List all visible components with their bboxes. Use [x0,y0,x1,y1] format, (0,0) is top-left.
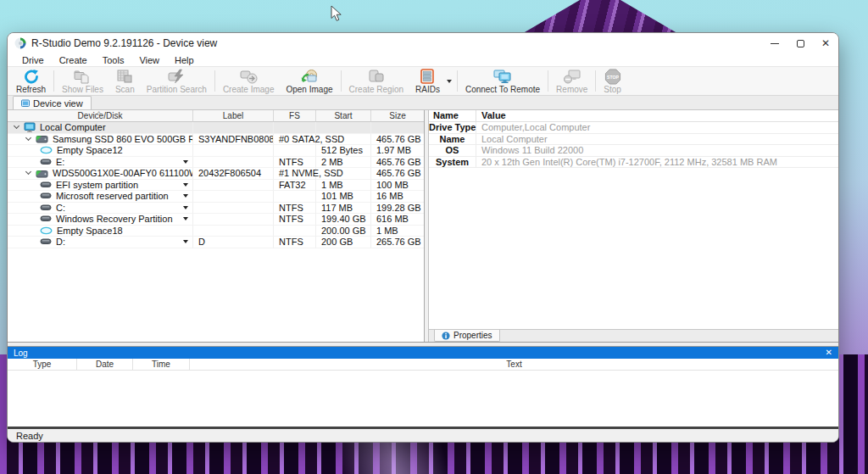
size-cell [371,122,424,134]
device-name-cell: Microsoft reserved partition [8,191,193,203]
size-cell: 465.76 GB [371,168,424,180]
status-bar: Ready [8,427,838,442]
size-cell: 199.28 GB [371,203,424,215]
log-close-button[interactable]: ✕ [826,349,832,357]
raids-dropdown-icon[interactable] [447,80,452,83]
device-name-cell: C: [8,203,193,215]
menu-create[interactable]: Create [52,53,95,66]
fs-cell [274,122,316,134]
device-name: WDS500G1X0E-00AFY0 611100WD [53,168,193,178]
device-row-samsung-ssd-860-evo-500gb-rvt04b6q[interactable]: Samsung SSD 860 EVO 500GB RVT04B6QS3YAND… [8,134,424,146]
toolbar-stop-button[interactable]: STOPStop [598,67,627,95]
menu-view[interactable]: View [131,53,167,66]
row-dropdown-icon[interactable] [183,206,188,209]
log-column-header-type[interactable]: Type [8,359,77,370]
device-name: Microsoft reserved partition [56,191,169,201]
row-dropdown-icon[interactable] [183,217,188,220]
raids-icon [419,69,436,85]
disk-icon [36,134,48,143]
properties-pane: Name Value Drive TypeComputer,Local Comp… [428,110,838,342]
toolbar-create-region-label: Create Region [349,85,403,94]
partition-icon [40,215,52,222]
toolbar-partition-search-button[interactable]: Partition Search [141,67,213,95]
menu-drive[interactable]: Drive [14,53,52,66]
maximize-button[interactable] [787,33,813,53]
tab-device-view[interactable]: Device view [13,96,92,109]
partition-icon [40,204,52,211]
fs-cell: #0 SATA2, SSD [274,134,316,146]
device-row-c[interactable]: C:NTFS117 MB199.28 GB [8,203,424,215]
toolbar-open-image-button[interactable]: Open Image [280,67,338,95]
device-name-cell: Windows Recovery Partition [8,214,193,226]
log-column-header-date[interactable]: Date [77,359,133,370]
create-region-icon [367,69,386,85]
device-row-local-computer[interactable]: Local Computer [8,122,424,134]
row-dropdown-icon[interactable] [183,240,188,243]
partition-icon [40,159,52,165]
device-name: Local Computer [40,122,106,132]
column-header-fs[interactable]: FS [274,110,316,122]
start-cell: 2 MB [316,157,371,169]
device-row-empty-space18[interactable]: Empty Space18200.00 GB1 MB [8,226,424,237]
close-button[interactable]: ✕ [813,33,838,53]
properties-body: Drive TypeComputer,Local ComputerNameLoc… [429,122,838,168]
info-icon [442,332,450,340]
column-header-start[interactable]: Start [316,110,371,122]
column-header-size[interactable]: Size [371,110,424,122]
title-bar[interactable]: R-Studio Demo 9.2.191126 - Device view ✕ [8,33,838,53]
toolbar-remove-button[interactable]: Remove [550,67,593,95]
label-cell [193,203,274,215]
device-row-d[interactable]: D:DNTFS200 GB265.76 GB [8,237,424,248]
open-image-icon [300,69,319,85]
device-name: EFI system partition [56,180,138,190]
toolbar-show-files-button[interactable]: Show Files [56,67,109,95]
close-icon: ✕ [821,38,830,48]
chevron-down-icon[interactable] [14,123,19,129]
menu-tools[interactable]: Tools [95,53,132,66]
properties-tab-bar: Properties [429,329,838,342]
device-row-efi-system-partition[interactable]: EFI system partitionFAT321 MB100 MB [8,180,424,192]
property-row-system: System20 x 12th Gen Intel(R) Core(TM) i7… [429,157,838,169]
row-dropdown-icon[interactable] [183,160,188,164]
fs-cell: NTFS [274,203,316,215]
minimize-button[interactable] [762,33,787,53]
toolbar-create-region-button[interactable]: Create Region [343,67,409,95]
label-cell [193,122,274,134]
tab-properties[interactable]: Properties [434,330,500,342]
device-row-windows-recovery-partition[interactable]: Windows Recovery PartitionNTFS199.40 GB6… [8,214,424,226]
log-table-header: TypeDateTimeText [8,359,838,371]
menu-help[interactable]: Help [167,53,202,66]
property-value: 20 x 12th Gen Intel(R) Core(TM) i7-12700… [476,157,838,168]
toolbar-scan-button[interactable]: Scan [109,67,141,95]
device-row-wds500g1x0e-00afy0-611100wd[interactable]: WDS500G1X0E-00AFY0 611100WD20432F806504#… [8,168,424,180]
label-cell [193,214,274,226]
property-value: Windows 11 Build 22000 [476,145,838,156]
column-header-label[interactable]: Label [193,110,274,122]
label-cell: S3YANDFNB08084W [193,134,274,146]
device-name-cell: Local Computer [8,122,193,134]
toolbar-refresh-button[interactable]: Refresh [10,67,52,95]
column-header-device-disk[interactable]: Device/Disk^ [8,110,193,122]
properties-spacer [429,168,838,329]
row-dropdown-icon[interactable] [183,194,188,198]
start-cell [316,122,371,134]
scan-icon [115,69,134,85]
row-dropdown-icon[interactable] [183,183,188,187]
chevron-down-icon[interactable] [25,169,31,175]
toolbar-create-image-button[interactable]: Create Image [217,67,281,95]
log-column-header-time[interactable]: Time [133,359,190,370]
toolbar-connect-to-remote-button[interactable]: Connect To Remote [459,67,546,95]
log-column-header-text[interactable]: Text [190,359,838,370]
toolbar-raids-button[interactable]: RAIDs [409,67,446,95]
svg-text:STOP: STOP [607,74,619,79]
label-cell [193,145,274,157]
chevron-down-icon[interactable] [25,135,31,141]
properties-header-value: Value [476,110,838,121]
device-row-empty-space12[interactable]: Empty Space12512 Bytes1.97 MB [8,145,424,157]
device-row-e[interactable]: E:NTFS2 MB465.76 GB [8,157,424,169]
log-panel: Log ✕ TypeDateTimeText [8,346,838,427]
fs-cell: NTFS [274,237,316,248]
device-row-microsoft-reserved-partition[interactable]: Microsoft reserved partition101 MB16 MB [8,191,424,203]
start-cell: 101 MB [316,191,371,203]
view-tab-bar: Device view [8,96,838,110]
